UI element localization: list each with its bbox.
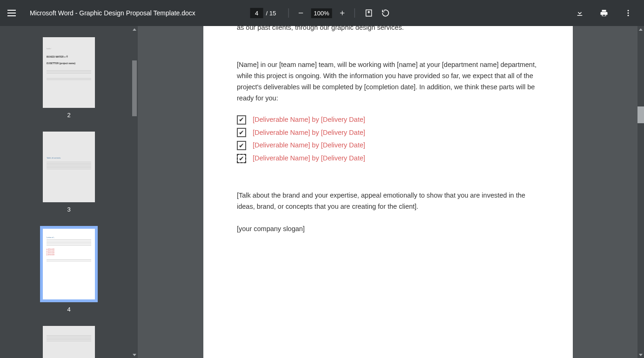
deliverable-text: [Deliverable Name] by [Delivery Date] xyxy=(253,140,365,151)
page-number-input[interactable] xyxy=(250,8,263,18)
sidebar-scrollbar[interactable] xyxy=(131,26,138,358)
more-icon[interactable] xyxy=(620,5,637,21)
fit-page-icon[interactable] xyxy=(360,5,377,21)
paragraph-intro: [Name] in our [team name] team, will be … xyxy=(237,60,539,104)
thumbnail-number: 2 xyxy=(24,112,114,119)
svg-rect-0 xyxy=(299,13,303,13)
content-area: as our past clients, through our graphic… xyxy=(138,26,644,358)
center-controls: / 15 100% xyxy=(250,5,394,21)
checkbox-icon: ✔ xyxy=(237,128,246,137)
page-total: / 15 xyxy=(266,10,276,17)
scroll-down-icon[interactable] xyxy=(131,351,138,358)
checkbox-icon: ✔ xyxy=(237,115,246,125)
main: hello! BOXED WATER ♦ ® IS BETTER (projec… xyxy=(0,26,644,358)
checkbox-icon: ✔ xyxy=(237,154,246,163)
deliverable-row: ✔ [Deliverable Name] by [Delivery Date] xyxy=(237,127,539,139)
zoom-out-button[interactable] xyxy=(294,7,307,20)
svg-point-4 xyxy=(628,10,629,11)
document-title: Microsoft Word - Graphic Design Proposal… xyxy=(30,9,195,17)
rotate-icon[interactable] xyxy=(377,5,394,21)
svg-rect-2 xyxy=(342,11,342,15)
print-icon[interactable] xyxy=(596,5,612,21)
thumbnail-number: 3 xyxy=(24,206,114,213)
toolbar: Microsoft Word - Graphic Design Proposal… xyxy=(0,0,644,26)
divider xyxy=(288,8,288,18)
deliverable-text: [Deliverable Name] by [Delivery Date] xyxy=(253,127,365,139)
scroll-up-icon[interactable] xyxy=(637,26,644,33)
thumbnail-page-2[interactable]: hello! BOXED WATER ♦ ® IS BETTER (projec… xyxy=(24,37,114,119)
deliverables-list: ✔ [Deliverable Name] by [Delivery Date] … xyxy=(237,114,539,165)
scrollbar-thumb[interactable] xyxy=(132,60,137,116)
scroll-up-icon[interactable] xyxy=(131,26,138,33)
thumbnail-page-3[interactable]: Table of contents 3 xyxy=(24,132,114,213)
deliverable-text: [Deliverable Name] by [Delivery Date] xyxy=(253,114,365,126)
thumbnail-sidebar: hello! BOXED WATER ♦ ® IS BETTER (projec… xyxy=(0,26,138,358)
divider xyxy=(354,8,355,18)
slogan: [your company slogan] xyxy=(237,224,539,235)
thumb-title1: BOXED WATER ♦ ® xyxy=(47,55,91,58)
scroll-down-icon[interactable] xyxy=(637,351,644,358)
zoom-level: 100% xyxy=(311,8,332,18)
deliverable-text: [Deliverable Name] by [Delivery Date] xyxy=(253,153,365,164)
thumbnail-number: 4 xyxy=(24,306,114,313)
svg-point-6 xyxy=(628,15,629,16)
download-icon[interactable] xyxy=(571,5,588,21)
checkbox-icon: ✔ xyxy=(237,141,246,150)
deliverable-row: ✔ [Deliverable Name] by [Delivery Date] xyxy=(237,153,539,164)
paragraph-fragment: as our past clients, through our graphic… xyxy=(237,26,539,33)
thumbnail-page-4[interactable]: Letter of... ■ deliverable ■ deliverable… xyxy=(24,226,114,313)
svg-point-5 xyxy=(628,13,629,14)
right-controls xyxy=(571,5,637,21)
document-page: as our past clients, through our graphic… xyxy=(203,26,573,358)
deliverable-row: ✔ [Deliverable Name] by [Delivery Date] xyxy=(237,140,539,151)
deliverable-row: ✔ [Deliverable Name] by [Delivery Date] xyxy=(237,114,539,126)
zoom-in-button[interactable] xyxy=(335,7,349,20)
menu-icon[interactable] xyxy=(7,7,19,19)
paragraph-brand: [Talk about the brand and your expertise… xyxy=(237,190,539,212)
content-scrollbar[interactable] xyxy=(637,26,644,358)
thumbnail-page-5[interactable] xyxy=(24,326,114,358)
scrollbar-thumb[interactable] xyxy=(637,106,644,123)
